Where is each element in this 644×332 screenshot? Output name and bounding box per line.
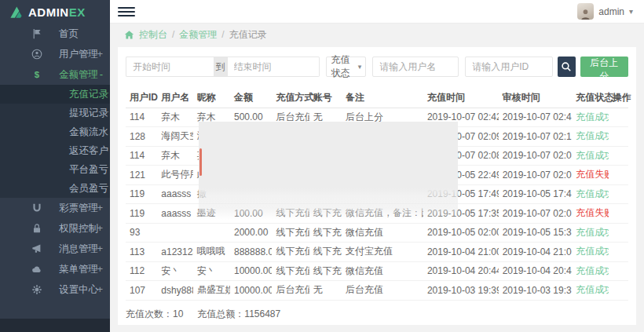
cell-action: [609, 243, 628, 262]
table-row: 112安丶安丶10000.00线下充值线下充值微信充值2019-10-04 20…: [126, 261, 628, 281]
cell-atime: 2019-10-07 02:07:33: [499, 166, 573, 185]
dollar-icon: $: [31, 69, 42, 80]
username-input[interactable]: [372, 57, 459, 77]
cell-ctime: 2019-10-07 02:08:00: [423, 146, 499, 166]
recharge-status-select[interactable]: 充值状态 ▾: [326, 57, 367, 77]
cell-account: 无: [309, 281, 342, 301]
cell-method: 后台充值: [272, 281, 309, 301]
topbar: admin ▾: [110, 0, 644, 24]
cell-remark: [342, 166, 423, 185]
cell-nick: 墨迹: [193, 204, 230, 224]
col-recharge-time: 充值时间: [423, 88, 499, 108]
cell-amount: [230, 166, 272, 185]
sidebar-item-label: 权限控制: [59, 223, 98, 234]
userid-input[interactable]: [465, 57, 553, 77]
main-area: admin ▾ 控制台 / 金额管理 / 充值记录 到 充值状态 ▾ 后台上分: [110, 0, 644, 332]
cell-uid: 128: [126, 127, 157, 147]
sidebar-item-permissions[interactable]: 权限控制 +: [0, 218, 110, 239]
search-button[interactable]: [558, 57, 575, 77]
expand-indicator: +: [97, 218, 103, 239]
cell-uname: aaasss: [157, 184, 192, 204]
cell-nick: 弃: [193, 146, 230, 166]
cell-uid: 114: [126, 108, 157, 127]
cell-nick: [193, 223, 230, 243]
brand-name: ADMINEX: [28, 5, 86, 19]
cell-remark: 微信充值，备注：比2再满: [342, 204, 423, 224]
status-badge: 充值成功: [576, 246, 608, 257]
end-time-input[interactable]: [228, 57, 320, 77]
expand-indicator: +: [97, 259, 103, 279]
sidebar-item-return-customer[interactable]: 返还客户: [0, 141, 110, 160]
cell-uname: a1231231: [157, 243, 192, 262]
cell-uid: 93: [126, 223, 157, 243]
sidebar-item-label: 首页: [59, 28, 79, 39]
sidebar-item-users[interactable]: 用户管理 +: [0, 44, 110, 64]
sidebar-item-platform-pnl[interactable]: 平台盈亏: [0, 160, 110, 179]
cell-nick: 弃木: [193, 108, 230, 127]
sidebar-item-label: 彩票管理: [59, 202, 98, 213]
sidebar-item-settings[interactable]: 设置中心 +: [0, 279, 110, 300]
table-row: 119aaasss墨迹100.00线下充值线下充值微信充值，备注：比2再满201…: [126, 204, 628, 224]
cell-status: 充值成功: [572, 146, 608, 166]
cell-method: [272, 146, 309, 166]
table-row: 114弃木弃2019-10-07 02:08:002019-10-07 02:0…: [126, 146, 628, 166]
megaphone-icon: [31, 243, 42, 254]
table-row: 121此号停用此2019-10-05 22:49:542019-10-07 02…: [126, 166, 628, 185]
col-remark: 备注: [342, 88, 423, 108]
user-menu[interactable]: admin ▾: [577, 3, 633, 20]
col-method: 充值方式: [272, 88, 309, 108]
table-row: 114弃木弃木500.00后台充值无后台上分2019-10-07 02:42:4…: [126, 108, 628, 127]
status-badge: 充值失败: [576, 169, 608, 180]
sidebar-item-money-flow[interactable]: 金额流水: [0, 122, 110, 141]
cell-uname: 海阔天空: [157, 127, 192, 147]
gear-icon: [31, 284, 42, 295]
expand-indicator: +: [97, 44, 103, 64]
sidebar-item-money[interactable]: $ 金额管理 -: [0, 64, 110, 85]
sidebar-item-withdraw-records[interactable]: 提现记录: [0, 104, 110, 122]
sidebar-submenu-money: 充值记录 提现记录 金额流水 返还客户 平台盈亏 会员盈亏: [0, 85, 110, 198]
magnet-icon: [31, 202, 42, 213]
cell-status: 充值成功: [572, 108, 608, 127]
cell-action: [609, 281, 628, 301]
home-icon: [124, 30, 134, 40]
backend-topup-button[interactable]: 后台上分: [580, 57, 628, 77]
cell-account: [309, 184, 342, 204]
cell-method: 线下充值: [272, 261, 309, 281]
sidebar-item-recharge-records[interactable]: 充值记录: [0, 85, 110, 104]
cell-atime: 2019-10-07 02:07:40: [499, 204, 573, 224]
breadcrumb-current: 充值记录: [229, 28, 267, 42]
cell-status: 充值成功: [572, 243, 608, 262]
sidebar-item-label: 金额管理: [59, 69, 98, 80]
cell-action: [609, 108, 628, 127]
flag-icon: [31, 28, 42, 39]
recharge-table: 用户ID 用户名 昵称 金额 充值方式 账号 备注 充值时间 审核时间 充值状态…: [126, 88, 628, 301]
sidebar-item-messages[interactable]: 消息管理 +: [0, 239, 110, 259]
breadcrumb-money[interactable]: 金额管理: [179, 28, 217, 42]
cell-atime: 2019-10-07 02:42:41: [499, 108, 573, 127]
cloud-icon: [31, 264, 42, 275]
sidebar-item-label: 消息管理: [59, 243, 98, 254]
cell-status: 充值成功: [572, 281, 608, 301]
hamburger-menu-icon[interactable]: [118, 4, 135, 20]
cell-nick: 撒: [193, 184, 230, 204]
cell-amount: 888888.00: [230, 243, 272, 262]
collapse-indicator: -: [100, 64, 103, 85]
sidebar-item-menus[interactable]: 菜单管理 +: [0, 259, 110, 279]
avatar: [577, 3, 594, 20]
cell-amount: 500.00: [230, 108, 272, 127]
sidebar-item-home[interactable]: 首页: [0, 24, 110, 44]
cell-ctime: 2019-10-07 02:09:28: [423, 127, 499, 147]
sidebar-item-lottery[interactable]: 彩票管理 +: [0, 198, 110, 218]
cell-status: 充值失败: [572, 166, 608, 185]
status-badge: 充值成功: [576, 265, 608, 276]
caret-down-icon: ▾: [358, 63, 362, 71]
breadcrumb-console[interactable]: 控制台: [139, 28, 167, 42]
cell-ctime: 2019-10-05 17:49:38: [423, 184, 499, 204]
cell-ctime: 2019-10-04 21:00:18: [423, 243, 499, 262]
start-time-input[interactable]: [126, 57, 214, 77]
cell-amount: 10000.00: [230, 281, 272, 301]
cell-nick: 哦哦哦: [193, 243, 230, 262]
sidebar-item-label: 用户管理: [59, 49, 98, 60]
cell-nick: 海: [193, 127, 230, 147]
sidebar-item-member-pnl[interactable]: 会员盈亏: [0, 179, 110, 198]
